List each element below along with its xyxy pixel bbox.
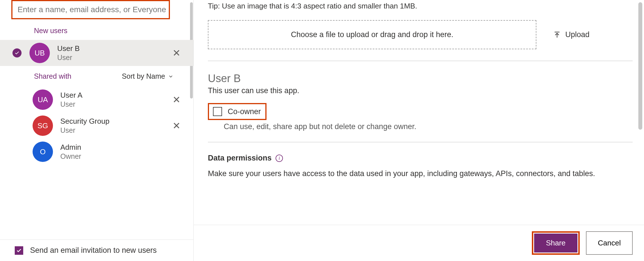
tip-text: Tip: Use an image that is 4:3 aspect rat… [208,2,633,10]
user-name: Security Group [60,117,167,126]
info-icon[interactable]: i [276,155,283,162]
sort-by-label: Sort by Name [122,72,165,80]
user-role: User [57,54,167,62]
new-users-label: New users [0,19,193,40]
chevron-down-icon [168,74,174,79]
user-role: Owner [60,152,185,161]
left-panel: New users UB User B User ✕ Shared with S… [0,0,194,261]
remove-user-button[interactable]: ✕ [167,92,185,108]
selected-user-desc: This user can use this app. [208,86,633,95]
selected-user-name: User B [208,72,633,85]
shared-user-row[interactable]: SG Security Group User ✕ [0,113,193,139]
upload-button[interactable]: Upload [553,30,590,39]
cancel-button[interactable]: Cancel [586,231,633,255]
upload-label: Upload [565,30,590,39]
shared-with-label: Shared with [34,72,71,80]
divider [208,61,633,61]
search-input[interactable] [11,0,170,19]
share-button[interactable]: Share [534,234,577,253]
new-user-row[interactable]: UB User B User ✕ [0,40,193,66]
upload-dropzone[interactable]: Choose a file to upload or drag and drop… [208,20,536,49]
divider [208,142,633,142]
user-role: User [60,100,167,108]
avatar: O [33,142,53,162]
user-name: User A [60,91,167,100]
scrollbar-right[interactable] [638,2,642,130]
coowner-label: Co-owner [228,107,261,116]
right-panel: Tip: Use an image that is 4:3 aspect rat… [194,0,644,261]
remove-user-button[interactable]: ✕ [167,118,185,134]
sort-by-dropdown[interactable]: Sort by Name [122,72,174,80]
send-email-label: Send an email invitation to new users [30,246,157,255]
data-permissions-desc: Make sure your users have access to the … [208,169,633,178]
coowner-checkbox-row[interactable]: Co-owner [208,103,266,120]
avatar: UA [33,89,53,110]
shared-user-row[interactable]: UA User A User ✕ [0,87,193,113]
remove-user-button[interactable]: ✕ [167,45,185,61]
user-name: Admin [60,143,185,152]
shared-user-row[interactable]: O Admin Owner [0,139,193,165]
data-permissions-label: Data permissions [208,154,272,162]
upload-icon [553,31,561,38]
user-name: User B [57,44,167,53]
coowner-checkbox[interactable] [213,107,222,116]
send-email-row[interactable]: Send an email invitation to new users [0,239,193,261]
user-role: User [60,126,167,134]
footer-buttons: Share Cancel [194,225,644,261]
avatar: UB [29,43,50,63]
coowner-desc: Can use, edit, share app but not delete … [224,122,633,131]
avatar: SG [33,115,53,136]
send-email-checkbox[interactable] [15,246,23,255]
selected-check-icon [12,48,22,57]
